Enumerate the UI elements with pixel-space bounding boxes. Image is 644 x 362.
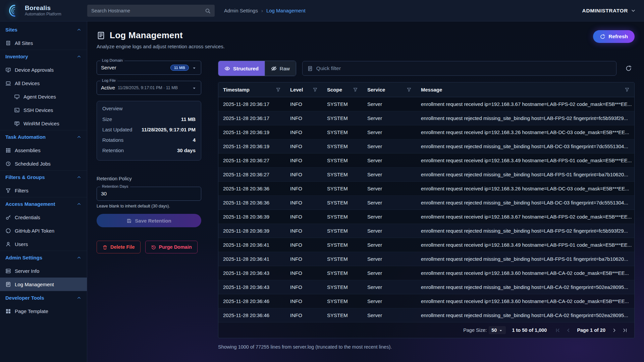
log-row[interactable]: 2025-11-28 20:36:27INFOSYSTEMServerenrol… <box>218 168 634 182</box>
log-row[interactable]: 2025-11-28 20:36:17INFOSYSTEMServerenrol… <box>218 97 634 111</box>
filter-icon <box>353 87 358 92</box>
log-row[interactable]: 2025-11-28 20:36:19INFOSYSTEMServerenrol… <box>218 125 634 139</box>
column-header-level[interactable]: Level <box>285 87 322 93</box>
view-toggle-raw[interactable]: Raw <box>265 61 296 76</box>
log-row[interactable]: 2025-11-28 20:36:36INFOSYSTEMServerenrol… <box>218 196 634 210</box>
overview-title: Overview <box>102 106 196 111</box>
column-header-timestamp[interactable]: Timestamp <box>218 87 285 93</box>
log-domain-label: Log Domain <box>100 58 124 62</box>
sidebar-section-sites[interactable]: Sites <box>0 23 87 36</box>
sites-icon <box>5 40 11 46</box>
sidebar-item-scheduled-jobs[interactable]: Scheduled Jobs <box>0 157 87 170</box>
sidebar-item-all-devices[interactable]: All Devices <box>0 76 87 90</box>
log-row[interactable]: 2025-11-28 20:36:27INFOSYSTEMServerenrol… <box>218 154 634 168</box>
retention-days-field[interactable]: Retention Days <box>97 187 201 201</box>
sidebar-section-task-automation[interactable]: Task Automation <box>0 130 87 143</box>
page-indicator: Page 1 of 20 <box>577 327 605 333</box>
sidebar-section-label: Filters & Groups <box>5 174 45 180</box>
user-icon <box>5 241 11 247</box>
save-retention-button[interactable]: Save Retention <box>97 214 201 227</box>
log-file-select[interactable]: Log File Active 11/28/2025, 9:17:01 PM ·… <box>97 81 201 95</box>
refresh-icon <box>625 65 632 72</box>
caret-down-icon <box>498 328 503 333</box>
log-row[interactable]: 2025-11-28 20:36:17INFOSYSTEMServerenrol… <box>218 111 634 125</box>
sidebar-section-label: Developer Tools <box>5 295 44 301</box>
column-header-scope[interactable]: Scope <box>322 87 363 93</box>
log-row[interactable]: 2025-11-28 20:36:19INFOSYSTEMServerenrol… <box>218 139 634 154</box>
sidebar-item-assemblies[interactable]: Assemblies <box>0 143 87 157</box>
sidebar-item-ssh-devices[interactable]: SSH Devices <box>0 103 87 117</box>
trash-icon <box>102 245 108 250</box>
last-page-button[interactable] <box>620 325 630 335</box>
column-header-service[interactable]: Service <box>363 87 416 93</box>
history-icon <box>151 245 156 250</box>
hostname-search[interactable] <box>87 5 215 17</box>
sidebar-section-admin-settings[interactable]: Admin Settings <box>0 251 87 264</box>
key-icon <box>5 215 11 220</box>
refresh-button[interactable]: Refresh <box>593 30 635 43</box>
page-title: Log Management <box>110 30 183 41</box>
log-domain-size-badge: 11 MB <box>170 65 189 71</box>
next-page-button[interactable] <box>609 325 619 335</box>
breadcrumb-admin-settings[interactable]: Admin Settings <box>224 8 258 13</box>
sidebar-item-filters[interactable]: Filters <box>0 184 87 197</box>
sidebar-section-inventory[interactable]: Inventory <box>0 50 87 63</box>
sidebar-item-log-management[interactable]: Log Management <box>0 278 87 291</box>
filter-icon <box>407 87 412 92</box>
chevron-up-icon <box>76 27 82 32</box>
log-row[interactable]: 2025-11-28 20:36:41INFOSYSTEMServerenrol… <box>218 252 634 266</box>
quick-filter-input[interactable] <box>316 65 611 71</box>
log-row[interactable]: 2025-11-28 20:36:39INFOSYSTEMServerenrol… <box>218 210 634 224</box>
page-subtitle: Analyze engine logs and adjust retention… <box>97 44 225 49</box>
purge-domain-button[interactable]: Purge Domain <box>145 241 198 253</box>
log-row[interactable]: 2025-11-28 20:36:46INFOSYSTEMServerenrol… <box>218 308 634 322</box>
chevron-up-icon <box>76 134 82 139</box>
log-row[interactable]: 2025-11-28 20:36:39INFOSYSTEMServerenrol… <box>218 224 634 238</box>
quick-filter[interactable] <box>302 61 616 76</box>
log-row[interactable]: 2025-11-28 20:36:36INFOSYSTEMServerenrol… <box>218 182 634 196</box>
sidebar-item-winrm-devices[interactable]: WinRM Devices <box>0 117 87 130</box>
sidebar-item-label: Assemblies <box>15 147 41 153</box>
first-page-button[interactable] <box>553 325 562 335</box>
user-menu[interactable]: ADMINISTRATOR <box>582 8 636 14</box>
sidebar-item-label: All Sites <box>15 40 33 46</box>
chevron-up-icon <box>76 201 82 206</box>
previous-page-button[interactable] <box>564 325 573 335</box>
main-content: Log Management Analyze engine logs and a… <box>87 21 644 362</box>
sidebar-item-all-sites[interactable]: All Sites <box>0 36 87 50</box>
sidebar-section-developer-tools[interactable]: Developer Tools <box>0 291 87 304</box>
view-toggle-structured[interactable]: Structured <box>218 61 265 76</box>
sidebar-item-users[interactable]: Users <box>0 237 87 251</box>
sidebar-item-github-api-token[interactable]: GitHub API Token <box>0 224 87 237</box>
sidebar-item-device-approvals[interactable]: Device Approvals <box>0 63 87 76</box>
log-row[interactable]: 2025-11-28 20:36:43INFOSYSTEMServerenrol… <box>218 266 634 280</box>
row-range-text: 1 to 50 of 1,000 <box>512 327 547 333</box>
breadcrumb-log-management[interactable]: Log Management <box>266 8 306 13</box>
delete-file-button[interactable]: Delete File <box>97 241 141 253</box>
retention-helper-text: Leave blank to inherit default (30 days)… <box>97 204 201 208</box>
filter-icon <box>276 87 281 92</box>
hostname-search-input[interactable] <box>91 8 202 13</box>
sidebar-section-access-management[interactable]: Access Management <box>0 197 87 210</box>
log-row[interactable]: 2025-11-28 20:36:41INFOSYSTEMServerenrol… <box>218 238 634 252</box>
log-domain-select[interactable]: Log Domain Server 11 MB <box>97 61 201 75</box>
reload-logs-button[interactable] <box>623 62 635 74</box>
sidebar-item-credentials[interactable]: Credentials <box>0 210 87 224</box>
sidebar-section-filters-groups[interactable]: Filters & Groups <box>0 170 87 184</box>
device-approvals-icon <box>5 67 11 73</box>
column-header-message[interactable]: Message <box>416 87 634 93</box>
sidebar-item-page-template[interactable]: Page Template <box>0 304 87 318</box>
page-size-select[interactable]: 50 <box>489 326 506 334</box>
server-icon <box>5 268 11 274</box>
sidebar-item-server-info[interactable]: Server Info <box>0 264 87 278</box>
log-row[interactable]: 2025-11-28 20:36:43INFOSYSTEMServerenrol… <box>218 280 634 294</box>
agent-devices-icon <box>14 94 20 100</box>
brand-name: Borealis <box>25 5 61 12</box>
brand[interactable]: Borealis Automation Platform <box>8 4 87 17</box>
sidebar-item-agent-devices[interactable]: Agent Devices <box>0 90 87 103</box>
page-last-icon <box>623 328 628 333</box>
retention-days-input[interactable] <box>101 191 197 197</box>
log-row[interactable]: 2025-11-28 20:36:46INFOSYSTEMServerenrol… <box>218 294 634 308</box>
log-icon <box>97 31 105 40</box>
borealis-logo-icon <box>8 4 21 17</box>
